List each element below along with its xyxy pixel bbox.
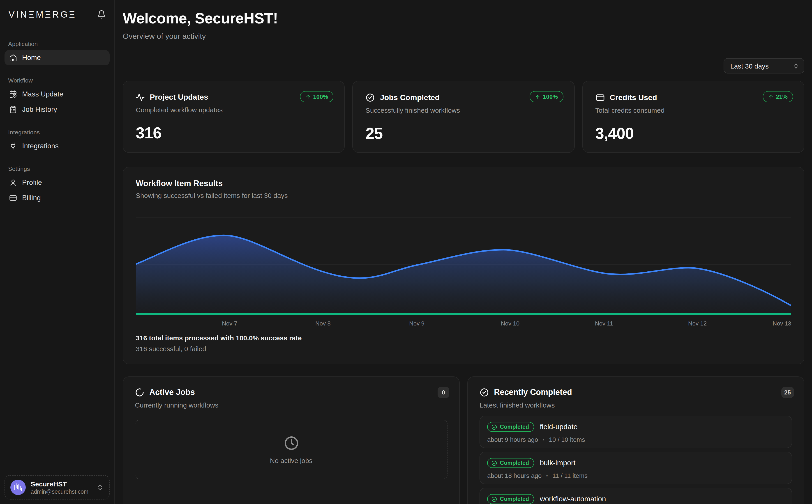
- trend-badge: 21%: [763, 91, 793, 102]
- recently-completed-count-badge: 25: [781, 387, 794, 398]
- recently-completed-desc: Latest finished workflows: [480, 401, 792, 409]
- arrow-up-icon: [535, 94, 541, 99]
- job-item-bulk-import[interactable]: Completed bulk-import about 18 hours ago…: [480, 452, 792, 484]
- sidebar-item-job-history[interactable]: Job History: [5, 102, 110, 117]
- sidebar-item-label: Mass Update: [22, 90, 63, 98]
- circle-check-icon: [491, 424, 497, 430]
- stat-desc: Successfully finished workflows: [365, 106, 562, 114]
- circle-check-icon: [365, 93, 375, 102]
- svg-text:Nov 8: Nov 8: [315, 320, 331, 327]
- sidebar-item-label: Integrations: [22, 142, 59, 150]
- dot-separator: •: [543, 437, 545, 442]
- sidebar-item-integrations[interactable]: Integrations: [5, 138, 110, 154]
- svg-text:Nov 10: Nov 10: [501, 320, 520, 327]
- stat-value: 25: [365, 124, 562, 142]
- completed-job-list: Completed field-update about 9 hours ago…: [480, 416, 792, 504]
- user-icon: [9, 179, 17, 187]
- active-jobs-count-badge: 0: [438, 387, 449, 398]
- stat-value: 3,400: [595, 124, 791, 142]
- user-meta: SecureHST admin@securehst.com: [31, 480, 92, 495]
- date-range-value: Last 30 days: [730, 62, 769, 70]
- sidebar-item-label: Billing: [22, 194, 41, 202]
- stat-value: 316: [136, 124, 332, 142]
- status-label: Completed: [500, 496, 529, 502]
- loader-icon: [135, 388, 144, 397]
- stat-title: Jobs Completed: [380, 93, 440, 102]
- series-successful-area: [136, 235, 791, 314]
- brand-logo: VINΞMΞRGΞ: [9, 9, 76, 20]
- circle-check-icon: [491, 460, 497, 466]
- trend-value: 21%: [776, 93, 788, 100]
- stat-title: Project Updates: [150, 93, 208, 102]
- plug-icon: [9, 142, 17, 150]
- nav-section-integrations: Integrations: [8, 129, 106, 136]
- page-subtitle: Overview of your activity: [123, 32, 804, 41]
- calendar-clock-icon: [9, 90, 17, 98]
- user-email: admin@securehst.com: [31, 488, 92, 495]
- sidebar-item-label: Profile: [22, 179, 42, 187]
- clock-icon: [283, 435, 299, 451]
- bottom-row: Active Jobs 0 Currently running workflow…: [123, 376, 804, 504]
- chart-subtitle: Showing successful vs failed items for l…: [136, 192, 791, 199]
- arrow-up-icon: [768, 94, 774, 99]
- sidebar: VINΞMΞRGΞ Application Home Workflow Mass…: [0, 0, 115, 504]
- nav-section-workflow: Workflow: [8, 77, 106, 84]
- stat-card-jobs-completed: Jobs Completed 100% Successfully finishe…: [352, 81, 575, 153]
- sidebar-item-profile[interactable]: Profile: [5, 175, 110, 190]
- status-badge: Completed: [487, 422, 534, 432]
- trend-badge: 100%: [530, 91, 564, 102]
- user-name: SecureHST: [31, 480, 92, 488]
- chevrons-up-down-icon: [793, 62, 799, 69]
- stats-row: Project Updates 100% Completed workflow …: [123, 81, 804, 153]
- job-time: about 9 hours ago: [487, 436, 538, 443]
- workflow-results-card: Workflow Item Results Showing successful…: [123, 167, 804, 364]
- house-icon: [9, 54, 17, 62]
- circle-check-icon: [480, 388, 489, 397]
- stat-card-credits-used: Credits Used 21% Total credits consumed …: [582, 81, 804, 153]
- toolbar: Last 30 days: [123, 58, 804, 73]
- sidebar-nav: Application Home Workflow Mass Update Jo…: [0, 29, 114, 206]
- sidebar-item-mass-update[interactable]: Mass Update: [5, 87, 110, 102]
- bell-icon[interactable]: [97, 10, 106, 19]
- user-menu[interactable]: SecureHST admin@securehst.com: [5, 475, 110, 499]
- empty-state-text: No active jobs: [270, 456, 312, 464]
- stat-desc: Total credits consumed: [595, 106, 791, 114]
- nav-section-application: Application: [8, 41, 106, 47]
- status-badge: Completed: [487, 494, 534, 504]
- avatar: [10, 480, 26, 495]
- stat-card-project-updates: Project Updates 100% Completed workflow …: [123, 81, 345, 153]
- page-title: Welcome, SecureHST!: [123, 10, 804, 27]
- app-root: VINΞMΞRGΞ Application Home Workflow Mass…: [0, 0, 812, 504]
- job-item-workflow-automation[interactable]: Completed workflow-automation about 2 da…: [480, 488, 792, 504]
- status-badge: Completed: [487, 458, 534, 468]
- job-name: workflow-automation: [540, 495, 606, 503]
- circle-check-icon: [491, 496, 497, 502]
- active-jobs-desc: Currently running workflows: [135, 401, 448, 409]
- trend-value: 100%: [543, 93, 558, 100]
- sidebar-item-billing[interactable]: Billing: [5, 190, 110, 206]
- recently-completed-card: Recently Completed 25 Latest finished wo…: [467, 376, 804, 504]
- main-content: Welcome, SecureHST! Overview of your act…: [115, 0, 812, 504]
- credit-card-icon: [595, 93, 605, 102]
- status-label: Completed: [500, 424, 529, 430]
- sidebar-item-label: Job History: [22, 105, 57, 114]
- arrow-up-icon: [305, 94, 311, 99]
- stat-title: Credits Used: [610, 93, 657, 102]
- job-item-field-update[interactable]: Completed field-update about 9 hours ago…: [480, 416, 792, 448]
- svg-text:Nov 11: Nov 11: [595, 320, 613, 327]
- chevrons-up-down-icon: [96, 484, 104, 491]
- svg-text:Nov 9: Nov 9: [409, 320, 425, 327]
- area-chart: Nov 7 Nov 8 Nov 9 Nov 10 Nov 11 Nov 12 N…: [136, 210, 791, 328]
- stat-desc: Completed workflow updates: [136, 106, 332, 114]
- job-items-count: 11 / 11 items: [552, 472, 588, 479]
- date-range-select[interactable]: Last 30 days: [724, 58, 804, 73]
- nav-section-settings: Settings: [8, 165, 106, 172]
- chart-title: Workflow Item Results: [136, 179, 791, 188]
- job-items-count: 10 / 10 items: [549, 436, 585, 443]
- chart-summary: 316 total items processed with 100.0% su…: [136, 334, 791, 342]
- chart-summary-detail: 316 successful, 0 failed: [136, 345, 791, 353]
- svg-text:Nov 12: Nov 12: [688, 320, 707, 327]
- sidebar-item-home[interactable]: Home: [5, 50, 110, 65]
- job-time: about 18 hours ago: [487, 472, 542, 479]
- active-jobs-title: Active Jobs: [149, 388, 195, 397]
